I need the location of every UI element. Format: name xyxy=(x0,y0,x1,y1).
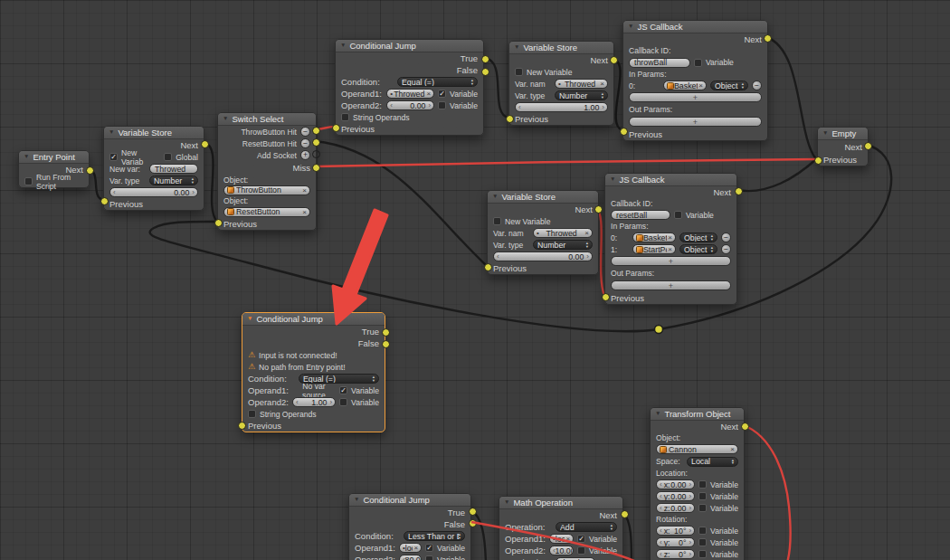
operand2-variable-checkbox[interactable] xyxy=(438,101,446,109)
collapse-icon[interactable]: ▼ xyxy=(655,411,660,417)
node-switch-select[interactable]: ▼Switch Select ThrowButton Hit− ResetBut… xyxy=(217,112,317,231)
param0-type-dropdown[interactable]: Object▴▾ xyxy=(679,233,717,242)
clear-icon[interactable]: × xyxy=(413,544,418,552)
value-slider[interactable]: ‹0.00› xyxy=(493,252,593,261)
reroute-node[interactable] xyxy=(655,326,663,334)
operand2-slider[interactable]: ‹1.00› xyxy=(292,397,336,407)
operand2-variable-checkbox[interactable] xyxy=(339,398,347,406)
location-z-variable-checkbox[interactable] xyxy=(698,504,707,512)
node-editor-canvas[interactable]: ▼Entry Point Next Run From Script ▼Varia… xyxy=(0,0,950,560)
location-y-slider[interactable]: ‹y:0.00› xyxy=(656,491,695,501)
value-slider[interactable]: ‹1.00› xyxy=(515,102,608,112)
param1-object-field[interactable]: StartPo× xyxy=(632,244,676,254)
add-out-param-button[interactable]: + xyxy=(629,117,762,127)
node-header[interactable]: ▼Conditional Jump xyxy=(242,313,385,326)
param1-type-dropdown[interactable]: Object▴▾ xyxy=(679,244,717,254)
global-checkbox[interactable] xyxy=(164,153,172,161)
operand1-variable-checkbox[interactable]: ✓ xyxy=(577,535,585,543)
node-header[interactable]: ▼Transform Object xyxy=(651,408,744,421)
condition-dropdown[interactable]: Less Than or Equal (<=▴▾ xyxy=(404,531,465,541)
rotation-x-slider[interactable]: ‹x:10°› xyxy=(656,526,695,536)
socket-previous[interactable] xyxy=(100,197,109,205)
object-field-cannon[interactable]: Cannon× xyxy=(656,444,738,454)
location-z-slider[interactable]: ‹z:0.00› xyxy=(656,503,695,513)
collapse-icon[interactable]: ▼ xyxy=(247,316,252,322)
remove-socket-button[interactable]: − xyxy=(300,138,310,148)
node-variable-store-3[interactable]: ▼Variable Store Next New Variable Var. n… xyxy=(487,190,599,275)
clear-icon[interactable]: × xyxy=(599,80,604,88)
var-type-dropdown[interactable]: Number▴▾ xyxy=(149,176,198,185)
node-math-operation[interactable]: ▼Math Operation Next Operation:Add▴▾ Ope… xyxy=(499,496,623,560)
collapse-icon[interactable]: ▼ xyxy=(340,43,346,49)
object-field-throwbutton[interactable]: ThrowButton× xyxy=(223,185,310,195)
collapse-icon[interactable]: ▼ xyxy=(354,497,359,503)
object-field-resetbutton[interactable]: ResetButton× xyxy=(223,207,310,217)
clear-icon[interactable]: × xyxy=(729,445,735,453)
new-variab-checkbox[interactable]: ✓ xyxy=(109,153,118,161)
socket-previous[interactable] xyxy=(238,422,246,430)
operand2-slider[interactable]: ‹10.00› xyxy=(549,546,574,555)
socket-true[interactable] xyxy=(481,55,489,63)
socket-previous[interactable] xyxy=(332,124,340,132)
operand1-variable-checkbox[interactable]: ✓ xyxy=(339,386,347,394)
socket-next[interactable] xyxy=(621,510,629,518)
remove-param-button[interactable]: − xyxy=(721,233,731,242)
var-type-dropdown[interactable]: Number▴▾ xyxy=(555,90,608,100)
collapse-icon[interactable]: ▼ xyxy=(109,129,114,136)
socket-next[interactable] xyxy=(86,166,94,175)
node-transform-object[interactable]: ▼Transform Object Next Object: Cannon× S… xyxy=(650,407,745,560)
operand2-slider[interactable]: ‹80.00› xyxy=(399,555,422,560)
clear-icon[interactable]: × xyxy=(425,90,431,98)
socket-next[interactable] xyxy=(735,187,743,195)
operand1-var-field[interactable]: •localX× xyxy=(549,534,574,544)
node-js-callback-1[interactable]: ▼JS Callback Next Callback ID: throwBall… xyxy=(622,20,768,141)
value-slider[interactable]: ‹0.00› xyxy=(109,187,198,197)
node-variable-store-1[interactable]: ▼Variable Store Next ✓New VariabGlobal N… xyxy=(103,126,204,211)
var-name-field[interactable]: •Throwed× xyxy=(555,79,608,89)
variable-checkbox[interactable] xyxy=(694,59,702,67)
rotation-y-slider[interactable]: ‹y:0°› xyxy=(656,537,695,547)
new-variable-checkbox[interactable] xyxy=(515,68,523,76)
variable-checkbox[interactable] xyxy=(674,211,682,219)
node-header[interactable]: ▼JS Callback xyxy=(623,21,767,33)
socket-next[interactable] xyxy=(741,422,749,431)
socket-previous[interactable] xyxy=(602,293,610,301)
callback-id-field[interactable]: throwBall xyxy=(629,58,690,68)
string-operands-checkbox[interactable] xyxy=(341,113,349,121)
node-header[interactable]: ▼Variable Store xyxy=(488,191,598,204)
var-type-dropdown[interactable]: Number▴▾ xyxy=(533,240,593,250)
node-header[interactable]: ▼JS Callback xyxy=(605,174,736,186)
param0-object-field[interactable]: Basket× xyxy=(663,81,707,90)
new-var-field[interactable]: Throwed xyxy=(149,164,198,174)
rotation-x-variable-checkbox[interactable] xyxy=(698,527,707,535)
clear-icon[interactable]: × xyxy=(301,208,307,216)
location-x-slider[interactable]: ‹x:0.00› xyxy=(656,479,695,489)
operand2-variable-checkbox[interactable] xyxy=(425,555,433,560)
socket-previous[interactable] xyxy=(620,128,628,136)
param0-type-dropdown[interactable]: Object▴▾ xyxy=(710,81,748,90)
collapse-icon[interactable]: ▼ xyxy=(223,116,228,122)
callback-id-field[interactable]: resetBall xyxy=(611,210,670,220)
socket-false[interactable] xyxy=(382,340,390,348)
socket-false[interactable] xyxy=(469,519,477,527)
socket-resetbutton-hit[interactable] xyxy=(312,138,320,147)
remove-socket-button[interactable]: − xyxy=(300,127,310,137)
collapse-icon[interactable]: ▼ xyxy=(24,154,29,160)
string-operands-checkbox[interactable] xyxy=(248,410,256,418)
socket-previous[interactable] xyxy=(506,115,514,123)
operand1-var-field[interactable]: •Throwed× xyxy=(386,89,434,99)
socket-previous[interactable] xyxy=(214,219,223,227)
run-from-script-checkbox[interactable] xyxy=(24,177,33,185)
node-empty[interactable]: ▼Empty Next Previous xyxy=(817,127,869,166)
rotation-z-slider[interactable]: ‹z:0°› xyxy=(656,549,695,559)
location-x-variable-checkbox[interactable] xyxy=(698,480,707,489)
remove-param-button[interactable]: − xyxy=(721,244,731,254)
node-header[interactable]: ▼Math Operation xyxy=(499,497,622,509)
operand1-var-field[interactable]: •localX× xyxy=(399,543,422,553)
socket-throwbutton-hit[interactable] xyxy=(312,127,320,135)
collapse-icon[interactable]: ▼ xyxy=(504,499,509,506)
param0-object-field[interactable]: Basket× xyxy=(632,233,676,242)
operand1-variable-checkbox[interactable]: ✓ xyxy=(425,544,433,552)
remove-param-button[interactable]: − xyxy=(752,81,762,90)
socket-next[interactable] xyxy=(610,56,618,64)
